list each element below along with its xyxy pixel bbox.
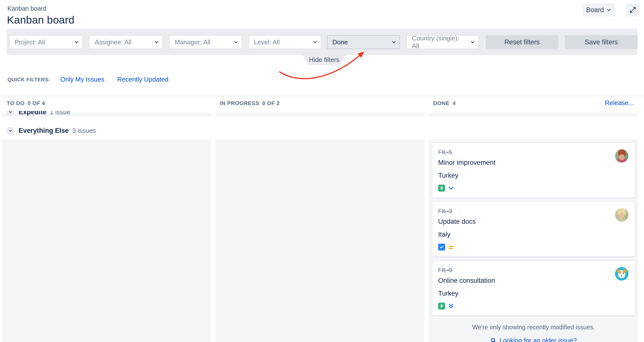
swimlane-name: Everything Else <box>18 127 69 135</box>
issue-card[interactable]: FIL-9 Online consultation Turkey <box>432 260 635 316</box>
priority-medium-icon <box>448 244 454 250</box>
chevron-down-icon <box>312 40 318 45</box>
breadcrumb[interactable]: Kanban board <box>8 5 46 12</box>
swimlane-collapse-button[interactable] <box>7 127 14 135</box>
chevron-down-icon <box>74 40 79 45</box>
country-filter-value: Country (single): All <box>412 35 468 50</box>
board-top-divider <box>0 96 644 96</box>
page-title: Kanban board <box>7 14 74 26</box>
column-header-todo: TO DO0 OF 4 <box>7 100 45 107</box>
chevron-down-icon <box>233 40 238 45</box>
column-count: 0 OF 2 <box>262 100 280 106</box>
swimlane-count: 1 issue <box>50 111 70 116</box>
hide-filters-tab[interactable]: Hide filters <box>302 55 346 65</box>
issue-summary: Update docs <box>438 218 629 225</box>
column-count: 4 <box>452 100 456 106</box>
lane-todo <box>2 140 211 342</box>
country-filter-select[interactable]: Country (single): All <box>406 35 479 49</box>
column-count: 0 OF 4 <box>28 100 45 106</box>
chevron-down-icon <box>391 40 396 45</box>
issue-key: FIL-5 <box>438 149 629 155</box>
priority-lowest-icon <box>448 302 454 309</box>
priority-low-icon <box>448 185 454 192</box>
lane-done: FIL-5 Minor improvement Turkey FIL-3 Upd… <box>429 140 638 342</box>
done-lane-footer: We're only showing recently modified iss… <box>432 324 635 342</box>
column-name: IN PROGRESS <box>220 100 259 106</box>
column-name: TO DO <box>7 100 24 106</box>
kanban-board-page: Kanban board Kanban board Board Project:… <box>0 0 644 342</box>
swimlane-everything-else: Everything Else 3 issues <box>7 127 96 135</box>
quick-filters-row: QUICK FILTERS: Only My Issues Recently U… <box>8 76 168 83</box>
avatar <box>615 149 628 163</box>
expedite-lane-strip <box>429 113 638 117</box>
issue-country: Italy <box>438 231 629 238</box>
chevron-down-icon <box>470 40 475 45</box>
issue-badges <box>438 302 629 309</box>
column-header-inprogress: IN PROGRESS0 OF 2 <box>220 100 280 107</box>
column-header-done: DONE4 <box>433 100 456 107</box>
level-filter-value: Level: All <box>254 39 280 46</box>
avatar <box>615 208 628 222</box>
issue-card[interactable]: FIL-5 Minor improvement Turkey <box>432 143 635 198</box>
quick-filter-recently-updated[interactable]: Recently Updated <box>117 76 168 83</box>
level-filter-select[interactable]: Level: All <box>248 35 321 49</box>
manager-filter-select[interactable]: Manager: All <box>169 35 242 49</box>
assignee-filter-value: Assignee: All <box>94 39 132 46</box>
dog-avatar-illustration <box>615 267 628 280</box>
board-menu-label: Board <box>586 6 604 14</box>
lane-in-progress <box>215 140 424 342</box>
recent-issues-notice: We're only showing recently modified iss… <box>432 324 635 331</box>
fullscreen-button[interactable] <box>626 4 640 16</box>
quick-filters-label: QUICK FILTERS: <box>8 77 50 83</box>
manager-filter-value: Manager: All <box>174 39 210 46</box>
story-icon <box>438 302 445 309</box>
search-icon <box>490 337 497 342</box>
reset-filters-button[interactable]: Reset filters <box>486 35 558 49</box>
quick-filter-only-my-issues[interactable]: Only My Issues <box>60 76 104 83</box>
issue-country: Turkey <box>438 290 629 297</box>
expand-icon <box>629 6 636 14</box>
story-icon <box>438 185 445 192</box>
task-icon <box>438 244 445 250</box>
project-filter-select[interactable]: Project: All <box>9 35 83 49</box>
issue-country: Turkey <box>438 172 629 179</box>
older-issue-link[interactable]: Looking for an older issue? <box>432 337 635 342</box>
issue-summary: Online consultation <box>438 277 629 284</box>
issue-card[interactable]: FIL-3 Update docs Italy <box>432 201 635 257</box>
chevron-down-icon <box>154 40 159 45</box>
expedite-lane-strip <box>215 113 424 117</box>
save-filters-button[interactable]: Save filters <box>565 35 638 49</box>
issue-key: FIL-3 <box>438 208 629 214</box>
issue-badges <box>438 244 629 250</box>
older-issue-link-label: Looking for an older issue? <box>499 337 577 342</box>
board-menu-button[interactable]: Board <box>582 4 615 16</box>
status-filter-select[interactable]: Done <box>327 35 400 49</box>
status-filter-value: Done <box>332 39 348 46</box>
swimlane-name: Expedite <box>18 111 46 116</box>
issue-badges <box>438 185 629 192</box>
column-name: DONE <box>433 100 450 106</box>
swimlane-expedite-clipped: Expedite 1 issue <box>7 111 165 118</box>
issue-summary: Minor improvement <box>438 159 629 166</box>
swimlane-collapse-button[interactable] <box>7 111 14 116</box>
issue-key: FIL-9 <box>438 267 629 273</box>
release-link[interactable]: Release... <box>605 99 634 107</box>
chevron-down-icon <box>606 7 612 13</box>
swimlane-count: 3 issues <box>72 127 96 135</box>
assignee-filter-select[interactable]: Assignee: All <box>89 35 163 49</box>
avatar <box>615 267 628 280</box>
project-filter-value: Project: All <box>14 39 45 46</box>
